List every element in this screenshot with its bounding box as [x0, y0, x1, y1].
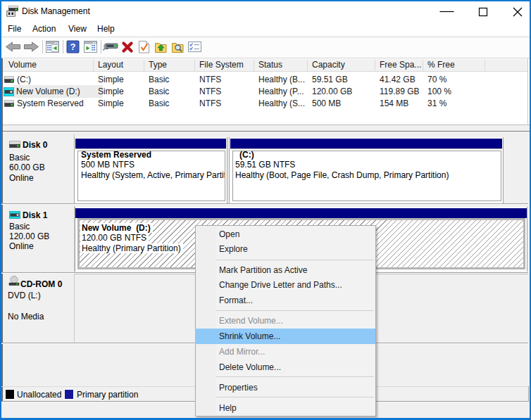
- svg-text:?: ?: [70, 42, 76, 52]
